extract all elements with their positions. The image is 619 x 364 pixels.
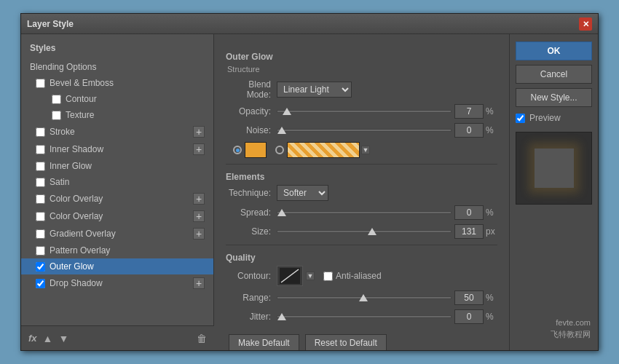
solid-color-radio[interactable] [233, 146, 242, 154]
inner-glow-checkbox[interactable] [36, 162, 45, 171]
color-row: ▼ [226, 142, 497, 158]
watermark-line1: fevte.com [551, 317, 591, 328]
gradient-swatch[interactable] [287, 142, 360, 158]
size-slider-track[interactable] [277, 230, 452, 233]
sidebar-item-color-overlay-2[interactable]: Color Overlay + [21, 207, 213, 225]
move-down-button[interactable]: ▼ [58, 333, 68, 344]
opacity-slider-thumb[interactable] [283, 108, 291, 115]
sidebar-item-outer-glow[interactable]: Outer Glow [21, 258, 213, 274]
preview-box [516, 132, 592, 205]
make-default-button[interactable]: Make Default [229, 334, 299, 350]
anti-aliased-label[interactable]: Anti-aliased [323, 271, 382, 281]
range-slider-thumb[interactable] [359, 294, 368, 301]
outer-glow-title: Outer Glow [226, 52, 497, 62]
blend-mode-select[interactable]: NormalDissolveMultiplyScreenOverlaySoft … [277, 82, 352, 98]
left-panel-wrapper: Styles Blending Options Bevel & Emboss C… [21, 34, 214, 350]
contour-row: Contour: ▼ Anti-aliased [226, 266, 497, 286]
gradient-arrow-button[interactable]: ▼ [361, 146, 370, 154]
contour-preview[interactable] [277, 266, 303, 286]
color-overlay-2-add-button[interactable]: + [193, 210, 205, 222]
sidebar-item-pattern-overlay[interactable]: Pattern Overlay [21, 242, 213, 258]
gradient-overlay-add-button[interactable]: + [193, 228, 205, 240]
size-slider-thumb[interactable] [368, 228, 376, 235]
sidebar-item-gradient-overlay[interactable]: Gradient Overlay + [21, 225, 213, 242]
spread-slider-track[interactable] [277, 211, 452, 214]
opacity-slider-track[interactable] [277, 110, 452, 113]
outer-glow-label: Outer Glow [50, 261, 94, 272]
jitter-label: Jitter: [226, 312, 277, 322]
anti-aliased-checkbox[interactable] [323, 272, 333, 281]
delete-button[interactable]: 🗑 [197, 333, 207, 344]
stroke-add-button[interactable]: + [193, 126, 205, 138]
gradient-radio[interactable] [275, 146, 284, 154]
noise-label: Noise: [226, 125, 277, 135]
noise-row: Noise: % [226, 123, 497, 138]
outer-glow-checkbox[interactable] [36, 262, 45, 272]
spread-slider-thumb[interactable] [277, 209, 286, 216]
quality-title: Quality [226, 253, 497, 263]
size-label: Size: [226, 226, 277, 237]
gradient-overlay-checkbox[interactable] [36, 229, 45, 239]
spread-input[interactable] [454, 205, 484, 220]
inner-shadow-checkbox[interactable] [36, 145, 45, 154]
drop-shadow-checkbox[interactable] [36, 279, 45, 288]
left-panel: Styles Blending Options Bevel & Emboss C… [21, 34, 214, 350]
color-overlay-1-checkbox[interactable] [36, 194, 45, 204]
sidebar-item-drop-shadow[interactable]: Drop Shadow + [21, 274, 213, 292]
bevel-emboss-checkbox[interactable] [36, 79, 45, 88]
fx-icon[interactable]: fx [28, 333, 37, 344]
spread-row: Spread: % [226, 205, 497, 220]
move-up-button[interactable]: ▲ [43, 333, 53, 344]
inner-shadow-label: Inner Shadow [50, 144, 103, 154]
jitter-slider-track[interactable] [277, 315, 452, 318]
pattern-overlay-checkbox[interactable] [36, 246, 45, 256]
color-swatch[interactable] [245, 142, 267, 158]
color-overlay-2-checkbox[interactable] [36, 212, 45, 221]
size-input[interactable] [454, 224, 484, 239]
dialog-title: Layer Style [27, 19, 74, 29]
stroke-checkbox[interactable] [36, 127, 45, 137]
new-style-button[interactable]: New Style... [516, 88, 592, 107]
noise-input[interactable] [454, 123, 484, 138]
technique-select[interactable]: Softer Precise [277, 185, 328, 201]
title-bar: Layer Style ✕ [21, 14, 598, 34]
contour-dropdown-button[interactable]: ▼ [306, 272, 315, 280]
reset-default-button[interactable]: Reset to Default [305, 334, 387, 350]
range-slider-container: % [277, 290, 497, 305]
jitter-row: Jitter: % [226, 309, 497, 324]
drop-shadow-add-button[interactable]: + [193, 277, 205, 289]
preview-checkbox[interactable] [516, 114, 525, 123]
satin-checkbox[interactable] [36, 178, 45, 187]
contour-label: Contour [66, 94, 97, 104]
spread-label: Spread: [226, 207, 277, 218]
close-button[interactable]: ✕ [579, 17, 592, 31]
pattern-overlay-label: Pattern Overlay [50, 245, 110, 256]
sidebar-item-texture[interactable]: Texture [21, 107, 213, 123]
sidebar-item-inner-shadow[interactable]: Inner Shadow + [21, 141, 213, 158]
cancel-button[interactable]: Cancel [516, 65, 592, 84]
color-overlay-1-add-button[interactable]: + [193, 193, 205, 205]
contour-svg [280, 268, 300, 284]
ok-button[interactable]: OK [516, 41, 592, 60]
contour-checkbox[interactable] [52, 95, 61, 104]
sidebar-item-blending-options[interactable]: Blending Options [21, 59, 213, 75]
jitter-slider-thumb[interactable] [277, 313, 286, 320]
sidebar-item-bevel-emboss[interactable]: Bevel & Emboss [21, 75, 213, 91]
noise-slider-thumb[interactable] [277, 127, 286, 134]
range-input[interactable] [454, 290, 484, 305]
texture-checkbox[interactable] [52, 111, 61, 120]
opacity-input[interactable] [454, 104, 484, 119]
range-slider-track[interactable] [277, 296, 452, 299]
sidebar-item-satin[interactable]: Satin [21, 174, 213, 190]
sidebar-item-inner-glow[interactable]: Inner Glow [21, 158, 213, 174]
size-unit: px [486, 226, 497, 237]
sidebar-item-stroke[interactable]: Stroke + [21, 123, 213, 141]
structure-label: Structure [226, 65, 497, 74]
inner-shadow-add-button[interactable]: + [193, 143, 205, 155]
range-label: Range: [226, 293, 277, 303]
noise-slider-track[interactable] [277, 129, 452, 132]
sidebar-item-color-overlay-1[interactable]: Color Overlay + [21, 190, 213, 207]
sidebar-item-contour[interactable]: Contour [21, 91, 213, 107]
jitter-input[interactable] [454, 309, 484, 324]
blend-mode-label: Blend Mode: [226, 79, 277, 100]
